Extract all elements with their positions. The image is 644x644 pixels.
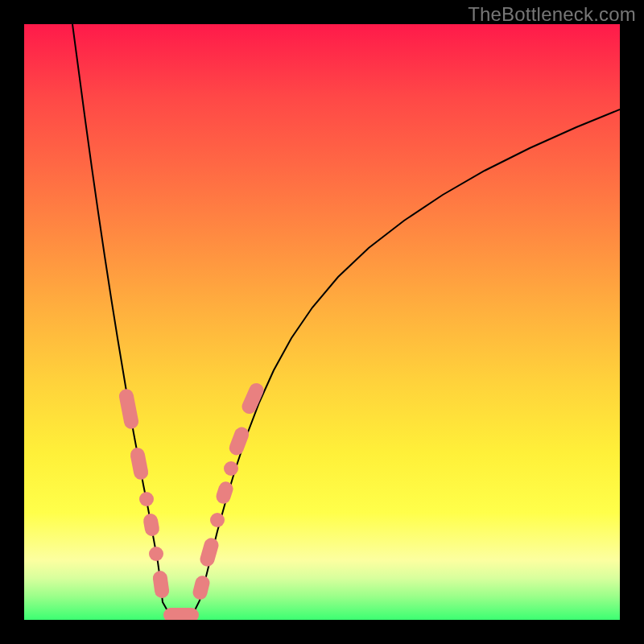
plot-area xyxy=(24,24,620,620)
curve-marker-capsule xyxy=(142,513,161,538)
curve-marker-capsule xyxy=(129,447,149,481)
curve-marker-capsule xyxy=(240,381,266,416)
curve-marker-dot xyxy=(224,461,238,476)
curve-markers xyxy=(118,381,266,620)
curve-marker-capsule xyxy=(198,536,220,568)
chart-svg xyxy=(24,24,620,620)
curve-marker-capsule xyxy=(118,388,139,431)
curve-marker-dot xyxy=(139,492,154,506)
curve-marker-capsule xyxy=(227,425,251,457)
curve-marker-dot xyxy=(149,547,163,561)
curve-marker-capsule xyxy=(163,608,199,620)
watermark-text: TheBottleneck.com xyxy=(468,3,636,26)
curve-marker-dot xyxy=(210,513,225,527)
curve-marker-capsule xyxy=(192,574,212,601)
curve-marker-capsule xyxy=(152,570,171,599)
